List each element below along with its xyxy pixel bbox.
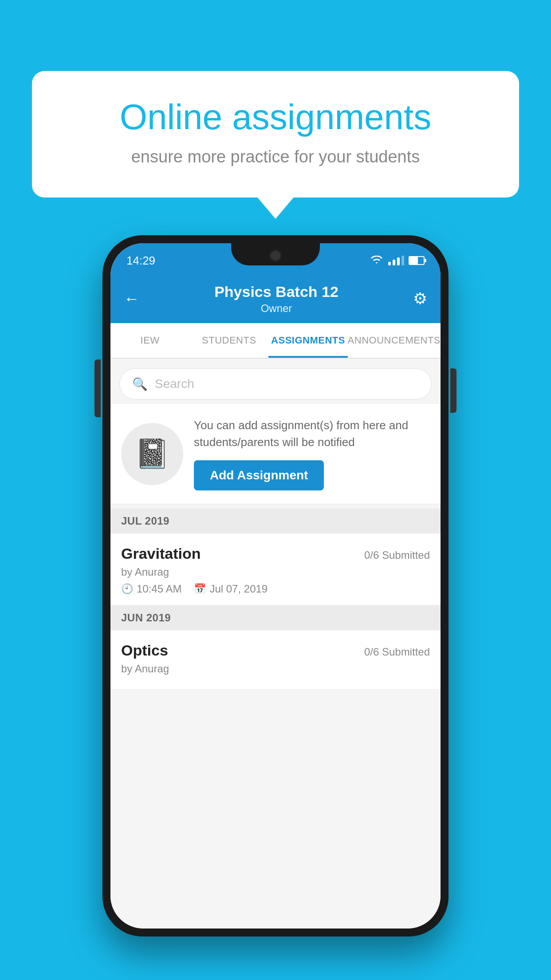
tab-announcements[interactable]: ANNOUNCEMENTS xyxy=(348,323,441,358)
assignment-item-optics[interactable]: Optics 0/6 Submitted by Anurag xyxy=(110,630,441,690)
settings-button[interactable]: ⚙ xyxy=(413,289,427,308)
content-area: 🔍 Search 📓 You can add assignment(s) fro… xyxy=(110,360,441,929)
bubble-subtitle: ensure more practice for your students xyxy=(63,147,488,166)
add-assignment-button[interactable]: Add Assignment xyxy=(194,460,324,490)
notebook-icon: 📓 xyxy=(134,437,170,470)
phone-wrapper: 14:29 xyxy=(102,235,449,937)
app-header: ← Physics Batch 12 Owner ⚙ xyxy=(110,274,441,323)
assignment-item-gravitation[interactable]: Gravitation 0/6 Submitted by Anurag 🕙 10… xyxy=(110,533,441,605)
calendar-icon: 📅 xyxy=(194,583,206,595)
tab-iew[interactable]: IEW xyxy=(110,323,189,358)
assignment-name: Gravitation xyxy=(121,545,201,562)
assignment-top-row: Gravitation 0/6 Submitted xyxy=(121,545,430,562)
signal-bar-3 xyxy=(397,257,400,265)
camera-cutout xyxy=(269,249,282,262)
meta-date: 📅 Jul 07, 2019 xyxy=(194,583,268,595)
assignment-by: by Anurag xyxy=(121,566,430,578)
battery-fill xyxy=(409,257,418,264)
back-button[interactable]: ← xyxy=(124,289,140,308)
info-card: 📓 You can add assignment(s) from here an… xyxy=(110,404,441,504)
speech-bubble: Online assignments ensure more practice … xyxy=(32,71,519,198)
search-icon: 🔍 xyxy=(132,377,148,391)
assignment-submitted-optics: 0/6 Submitted xyxy=(364,646,430,658)
signal-bar-1 xyxy=(388,262,391,265)
signal-bars xyxy=(388,256,404,265)
assignment-date: Jul 07, 2019 xyxy=(209,583,268,595)
signal-bar-2 xyxy=(393,260,395,265)
info-description: You can add assignment(s) from here and … xyxy=(194,417,430,450)
tab-assignments[interactable]: ASSIGNMENTS xyxy=(268,323,347,358)
status-time: 14:29 xyxy=(126,250,155,268)
search-placeholder: Search xyxy=(155,377,194,391)
assignment-meta: 🕙 10:45 AM 📅 Jul 07, 2019 xyxy=(121,583,430,595)
assignment-by-optics: by Anurag xyxy=(121,663,430,675)
assignment-icon-circle: 📓 xyxy=(121,423,183,485)
meta-time: 🕙 10:45 AM xyxy=(121,583,181,595)
section-header-jul: JUL 2019 xyxy=(110,509,441,533)
signal-bar-4 xyxy=(401,256,404,265)
clock-icon: 🕙 xyxy=(121,583,133,595)
header-subtitle: Owner xyxy=(214,302,338,315)
wifi-icon xyxy=(370,256,384,265)
phone-screen: 14:29 xyxy=(110,243,441,929)
tabs-bar: IEW STUDENTS ASSIGNMENTS ANNOUNCEMENTS xyxy=(110,323,441,359)
status-icons xyxy=(370,252,425,265)
search-bar[interactable]: 🔍 Search xyxy=(119,368,432,399)
info-text-block: You can add assignment(s) from here and … xyxy=(194,417,430,490)
assignment-top-row-optics: Optics 0/6 Submitted xyxy=(121,642,430,659)
header-title: Physics Batch 12 xyxy=(214,283,338,300)
assignment-name-optics: Optics xyxy=(121,642,168,659)
notch xyxy=(231,243,320,265)
assignment-time: 10:45 AM xyxy=(137,583,181,595)
phone-outer: 14:29 xyxy=(102,235,449,937)
assignment-submitted: 0/6 Submitted xyxy=(364,549,430,561)
battery-icon xyxy=(409,256,425,265)
section-header-jun: JUN 2019 xyxy=(110,605,441,630)
tab-students[interactable]: STUDENTS xyxy=(189,323,268,358)
header-center: Physics Batch 12 Owner xyxy=(214,283,338,315)
bubble-title: Online assignments xyxy=(63,98,488,137)
speech-bubble-container: Online assignments ensure more practice … xyxy=(32,71,519,198)
